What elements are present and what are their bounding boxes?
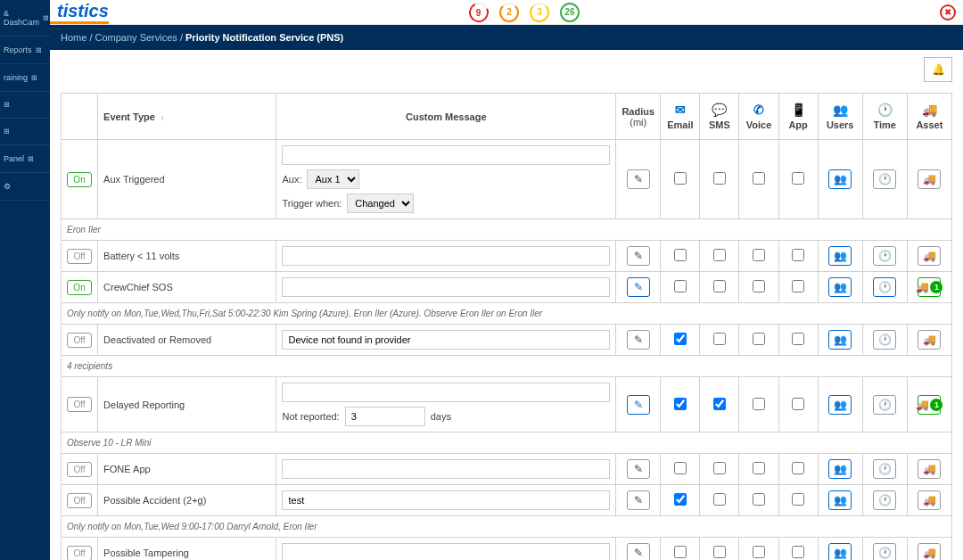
toggle-off[interactable]: Off [67,493,92,508]
sidebar-item-panel[interactable]: Panel⊞ [0,145,50,173]
not-reported-input[interactable] [345,407,425,426]
asset-button[interactable]: 🚚 [918,246,941,266]
email-checkbox[interactable] [674,249,687,261]
sms-checkbox[interactable] [713,493,726,506]
asset-button[interactable]: 🚚 [918,459,941,479]
sidebar-item-blank2[interactable]: ⊞ [0,119,50,145]
sms-checkbox[interactable] [713,249,726,261]
alert-counter-yellow[interactable]: 3 [530,3,549,22]
users-button[interactable]: 👥 [828,246,852,266]
app-checkbox[interactable] [792,493,804,506]
breadcrumb-home[interactable]: Home [61,32,86,43]
asset-button[interactable]: 🚚 [918,330,941,350]
voice-checkbox[interactable] [753,493,765,506]
asset-button[interactable]: 🚚1 [918,277,941,297]
radius-edit-button[interactable]: ✎ [627,169,650,189]
toggle-off[interactable]: Off [67,462,92,477]
alert-counter-green[interactable]: 26 [560,3,580,22]
toggle-on[interactable]: On [67,280,92,295]
email-checkbox[interactable] [674,280,687,292]
sidebar-item-reports[interactable]: Reports⊞ [0,37,50,64]
time-button[interactable]: 🕐 [873,169,896,189]
aux-select[interactable]: Aux 1 [307,169,359,189]
custom-message-input[interactable] [282,459,610,479]
toggle-on[interactable]: On [67,172,92,187]
sidebar-item-training[interactable]: raining⊞ [0,64,50,92]
custom-message-input[interactable] [282,277,610,297]
radius-edit-button[interactable]: ✎ [627,490,650,510]
asset-button[interactable]: 🚚 [918,169,941,189]
custom-message-input[interactable] [282,246,610,266]
users-button[interactable]: 👥 [828,543,852,560]
email-checkbox[interactable] [674,398,687,410]
voice-checkbox[interactable] [753,398,765,410]
voice-checkbox[interactable] [753,333,765,345]
sidebar-item-gear[interactable]: ⚙ [0,173,50,201]
sms-checkbox[interactable] [713,462,726,474]
app-checkbox[interactable] [792,398,804,410]
sms-checkbox[interactable] [713,398,726,410]
app-checkbox[interactable] [792,546,804,558]
email-checkbox[interactable] [674,333,687,345]
custom-message-input[interactable] [282,330,610,350]
time-button[interactable]: 🕐 [873,490,896,510]
asset-button[interactable]: 🚚1 [918,395,941,415]
event-name: Possible Tampering [98,538,276,561]
voice-checkbox[interactable] [753,462,765,474]
email-checkbox[interactable] [674,546,687,558]
time-button[interactable]: 🕐 [873,543,896,560]
radius-edit-button[interactable]: ✎ [627,246,650,266]
toggle-off[interactable]: Off [67,546,92,561]
alert-counter-red[interactable]: 9 [466,0,491,25]
time-button[interactable]: 🕐 [873,459,896,479]
voice-checkbox[interactable] [753,280,765,292]
app-checkbox[interactable] [792,249,804,261]
toggle-off[interactable]: Off [67,333,92,348]
sms-checkbox[interactable] [713,546,726,558]
email-checkbox[interactable] [674,172,687,185]
col-event-type[interactable]: Event Type↑ [98,94,276,140]
users-button[interactable]: 👥 [828,490,852,510]
email-checkbox[interactable] [674,493,687,506]
custom-message-input[interactable] [282,490,610,510]
alert-counter-orange[interactable]: 2 [499,3,519,22]
radius-edit-button[interactable]: ✎ [627,330,650,350]
radius-edit-button[interactable]: ✎ [627,395,650,415]
sidebar-item-blank1[interactable]: ⊞ [0,92,50,119]
custom-message-input[interactable] [282,383,610,402]
time-button[interactable]: 🕐 [873,395,896,415]
app-checkbox[interactable] [792,172,804,185]
email-checkbox[interactable] [674,462,687,474]
asset-button[interactable]: 🚚 [918,543,941,560]
voice-checkbox[interactable] [753,249,765,261]
time-button[interactable]: 🕐 [873,330,896,350]
users-button[interactable]: 👥 [828,395,852,415]
radius-edit-button[interactable]: ✎ [627,459,650,479]
app-checkbox[interactable] [792,462,804,474]
users-button[interactable]: 👥 [828,169,852,189]
time-button[interactable]: 🕐 [873,277,896,297]
users-button[interactable]: 👥 [828,330,852,350]
radius-edit-button[interactable]: ✎ [627,277,650,297]
asset-button[interactable]: 🚚 [918,490,941,510]
sms-checkbox[interactable] [713,172,726,185]
trigger-select[interactable]: Changed [347,194,414,213]
toggle-off[interactable]: Off [67,397,92,412]
users-button[interactable]: 👥 [828,459,852,479]
voice-checkbox[interactable] [753,172,765,185]
custom-message-input[interactable] [282,543,610,560]
time-button[interactable]: 🕐 [873,246,896,266]
app-checkbox[interactable] [792,333,804,345]
sidebar-item-dashcam[interactable]: & DashCam⊞ [0,0,50,37]
voice-checkbox[interactable] [753,546,765,558]
breadcrumb-services[interactable]: Company Services [95,32,177,43]
radius-edit-button[interactable]: ✎ [627,543,650,560]
app-checkbox[interactable] [792,280,804,292]
close-icon[interactable]: ✖ [940,4,956,21]
sms-checkbox[interactable] [713,280,726,292]
users-button[interactable]: 👥 [828,277,852,297]
notifications-button[interactable]: 🔔 [924,57,952,82]
sms-checkbox[interactable] [713,333,726,345]
custom-message-input[interactable] [282,145,610,165]
toggle-off[interactable]: Off [67,249,92,264]
